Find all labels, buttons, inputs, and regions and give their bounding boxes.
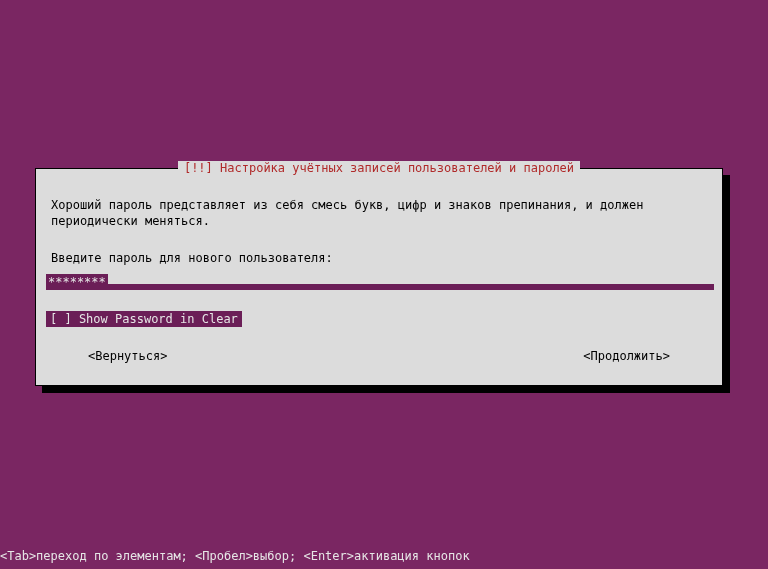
password-input-underline	[108, 284, 714, 290]
continue-button[interactable]: <Продолжить>	[583, 349, 670, 363]
show-password-checkbox[interactable]: [ ] Show Password in Clear	[46, 311, 242, 327]
dialog-title-wrap: [!!] Настройка учётных записей пользоват…	[36, 161, 722, 175]
password-input[interactable]: ********	[46, 274, 714, 290]
dialog-title: [!!] Настройка учётных записей пользоват…	[178, 161, 580, 175]
dialog: [!!] Настройка учётных записей пользоват…	[35, 168, 723, 386]
button-row: <Вернуться> <Продолжить>	[36, 349, 722, 363]
password-prompt: Введите пароль для нового пользователя:	[51, 251, 333, 265]
footer-hint: <Tab>переход по элементам; <Пробел>выбор…	[0, 549, 768, 563]
password-value: ********	[46, 274, 108, 290]
back-button[interactable]: <Вернуться>	[88, 349, 167, 363]
dialog-description: Хороший пароль представляет из себя смес…	[51, 197, 707, 229]
